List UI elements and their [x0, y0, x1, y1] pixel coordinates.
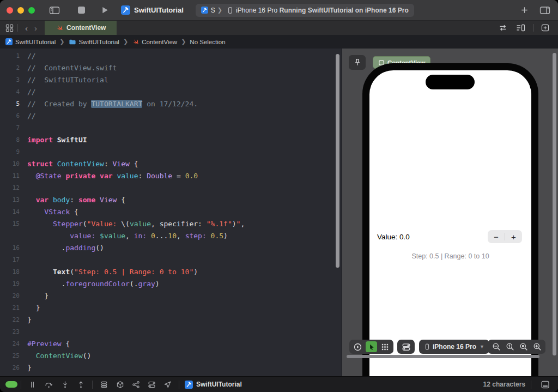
fullscreen-window-button[interactable] [28, 7, 35, 14]
code-line: 10struct ContentView: View { [0, 158, 342, 170]
editor-scrollbar[interactable] [336, 54, 339, 268]
related-items-button[interactable] [5, 24, 14, 32]
variants-grid-button[interactable] [379, 341, 391, 352]
select-mode-button[interactable] [366, 341, 377, 352]
memory-graph-button[interactable] [112, 381, 128, 389]
code-text: .foregroundColor(.gray) [27, 278, 160, 290]
go-forward-button[interactable]: › [31, 24, 40, 32]
line-number: 13 [0, 194, 27, 206]
canvas-vertical-scrollbar[interactable] [553, 53, 556, 355]
folder-icon [69, 39, 76, 45]
minimize-window-button[interactable] [17, 7, 24, 14]
scheme-selector[interactable]: S ❯ iPhone 16 Pro Running SwiftUITutoria… [196, 4, 414, 17]
line-number: 16 [0, 242, 27, 254]
location-button[interactable] [160, 381, 175, 389]
app-mini-icon [185, 381, 193, 389]
run-destination: iPhone 16 Pro [236, 7, 277, 14]
xcode-window: SwiftUITutorial S ❯ iPhone 16 Pro Runnin… [0, 0, 558, 392]
canvas-horizontal-scrollbar[interactable] [347, 355, 539, 358]
step-out-button[interactable] [73, 381, 89, 389]
code-text: VStack { [27, 206, 78, 218]
editor-options-button[interactable] [512, 24, 530, 32]
scheme-name: S [211, 7, 215, 14]
breadcrumb-item[interactable]: No Selection [190, 39, 225, 45]
stop-button[interactable] [77, 6, 86, 14]
add-editor-icon [541, 24, 549, 32]
code-text: } [27, 302, 40, 314]
code-text: // [27, 110, 36, 122]
preview-canvas: ContentView Value: 0.0 − + Step: 0.5 | R… [342, 49, 558, 376]
toggle-inspector-button[interactable] [539, 6, 550, 15]
close-window-button[interactable] [7, 7, 13, 14]
simulators-button[interactable] [144, 381, 160, 389]
tab-contentview[interactable]: ContentView [45, 21, 117, 35]
code-editor[interactable]: 1//2// ContentView.swift3// SwiftUITutor… [0, 49, 342, 376]
code-lines: 1//2// ContentView.swift3// SwiftUITutor… [0, 50, 342, 374]
canvas-device-selector[interactable]: iPhone 16 Pro ▼ [419, 340, 489, 354]
swift-bird-icon [132, 38, 139, 45]
chevron-right-icon: ❯ [217, 7, 222, 14]
step-over-button[interactable] [40, 381, 57, 389]
code-line: 13 var body: some View { [0, 194, 342, 206]
breadcrumb-item[interactable]: SwiftUITutorial [5, 38, 56, 45]
simulators-icon [148, 381, 156, 389]
breadcrumb-separator: ❯ [181, 38, 186, 45]
breakpoints-toggle-button[interactable] [5, 381, 17, 388]
network-button[interactable] [128, 381, 144, 389]
pause-button[interactable] [25, 381, 40, 389]
running-app[interactable]: SwiftUITutorial [185, 381, 242, 389]
activity-status: Running SwiftUITutorial on iPhone 16 Pro [280, 7, 409, 14]
stepper-increment-button[interactable]: + [505, 230, 522, 243]
line-number: 1 [0, 50, 27, 62]
status-bar: SwiftUITutorial 12 characters [0, 376, 558, 392]
step-into-button[interactable] [57, 381, 73, 389]
toggle-debug-area-button[interactable] [537, 381, 554, 389]
code-text: Stepper("Value: \(value, specifier: "%.1… [27, 218, 245, 230]
live-preview-button[interactable] [352, 341, 363, 352]
window-title: SwiftUITutorial [134, 6, 184, 14]
stop-icon [77, 6, 86, 14]
code-text: #Preview { [27, 338, 70, 350]
canvas-zoom-group [488, 340, 545, 354]
view-hierarchy-button[interactable] [96, 381, 112, 389]
chevron-down-icon: ▼ [480, 344, 484, 349]
code-line: 7 [0, 122, 342, 134]
line-number [0, 230, 27, 242]
pin-preview-button[interactable] [349, 55, 366, 70]
app-mini-icon [5, 38, 13, 45]
breadcrumb-item[interactable]: ContentView [132, 38, 177, 45]
code-line: 6// [0, 110, 342, 122]
code-line: 22} [0, 314, 342, 326]
line-number: 6 [0, 110, 27, 122]
device-settings-button[interactable] [397, 340, 415, 354]
code-text: } [27, 290, 48, 302]
breadcrumb-item[interactable]: SwiftUITutorial [69, 39, 119, 45]
add-toolbar-button[interactable] [520, 6, 529, 14]
code-text: var body: some View { [27, 194, 125, 206]
canvas-device-label: iPhone 16 Pro [433, 343, 476, 351]
code-line: 20 } [0, 290, 342, 302]
zoom-100-button[interactable] [504, 341, 515, 352]
code-text: .padding() [27, 242, 104, 254]
toggle-navigator-button[interactable] [49, 6, 60, 15]
stepper-decrement-button[interactable]: − [488, 230, 505, 243]
line-number: 11 [0, 170, 27, 182]
tab-label: ContentView [66, 24, 106, 32]
device-settings-icon [402, 342, 411, 352]
zoom-out-button[interactable] [490, 341, 502, 352]
add-editor-button[interactable] [538, 24, 553, 32]
go-back-button[interactable]: ‹ [22, 24, 31, 32]
line-number: 14 [0, 206, 27, 218]
zoom-in-button[interactable] [531, 341, 543, 352]
zoom-fit-button[interactable] [518, 341, 529, 352]
app-mini-icon [201, 7, 208, 14]
divider [92, 381, 93, 389]
swap-editor-button[interactable] [494, 24, 512, 32]
code-line: 19 .foregroundColor(.gray) [0, 278, 342, 290]
code-line: 21 } [0, 302, 342, 314]
run-button[interactable] [101, 6, 109, 14]
code-line: 14 VStack { [0, 206, 342, 218]
line-number: 4 [0, 86, 27, 98]
code-line: 25 ContentView() [0, 350, 342, 362]
toolbar: SwiftUITutorial S ❯ iPhone 16 Pro Runnin… [0, 0, 558, 21]
